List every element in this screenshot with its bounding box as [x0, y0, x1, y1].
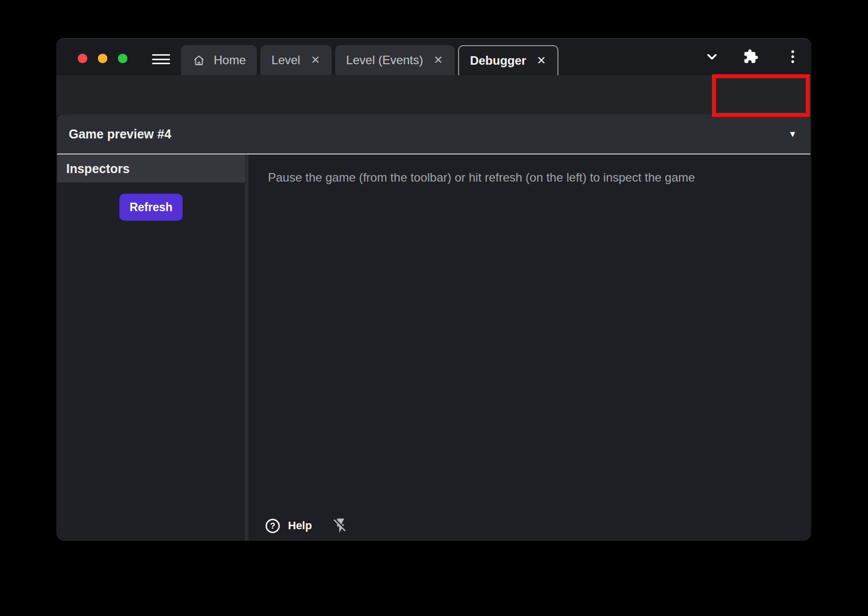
debugger-body: Inspectors Refresh Pause the game (from …	[57, 155, 810, 541]
inspector-main-area: Pause the game (from the toolbar) or hit…	[248, 155, 810, 541]
tab-level-events[interactable]: Level (Events) ✕	[335, 45, 455, 75]
close-tab-icon[interactable]: ✕	[310, 55, 320, 66]
tab-label: Level	[271, 53, 300, 67]
tab-debugger[interactable]: Debugger ✕	[458, 45, 558, 75]
game-preview-title: Game preview #4	[69, 127, 788, 141]
home-icon	[192, 54, 206, 67]
debugger-panel: Game preview #4 ▼ Inspectors Refresh Pau…	[57, 114, 810, 541]
inspectors-content: Refresh	[57, 183, 245, 541]
help-label: Help	[288, 519, 312, 532]
game-preview-selector[interactable]: Game preview #4 ▼	[57, 114, 810, 153]
titlebar: Home Level ✕ Level (Events) ✕ Debugger ✕	[56, 38, 811, 75]
inspector-hint-text: Pause the game (from the toolbar) or hit…	[248, 155, 810, 185]
close-window-button[interactable]	[78, 54, 87, 63]
tab-home[interactable]: Home	[181, 45, 257, 75]
help-button[interactable]: ? Help	[265, 518, 312, 534]
bottom-bar: ? Help	[265, 517, 349, 534]
tab-strip: Home Level ✕ Level (Events) ✕ Debugger ✕	[181, 45, 562, 75]
hamburger-menu-icon[interactable]	[152, 54, 170, 65]
svg-text:?: ?	[270, 521, 275, 531]
overflow-menu-icon[interactable]	[788, 48, 797, 66]
minimize-window-button[interactable]	[98, 54, 107, 63]
help-icon: ?	[265, 518, 280, 534]
zoom-window-button[interactable]	[118, 54, 127, 63]
debugger-toolbar: Pause	[56, 75, 811, 114]
app-window: Home Level ✕ Level (Events) ✕ Debugger ✕	[56, 38, 811, 541]
inspectors-sidebar: Inspectors Refresh	[57, 155, 245, 541]
close-tab-icon[interactable]: ✕	[536, 55, 546, 66]
tab-label: Home	[214, 53, 246, 67]
caret-down-icon: ▼	[788, 130, 797, 138]
close-tab-icon[interactable]: ✕	[433, 55, 443, 66]
chevron-down-icon[interactable]	[704, 49, 719, 64]
inspectors-header: Inspectors	[57, 155, 245, 183]
tab-label: Level (Events)	[346, 53, 423, 67]
tab-label: Debugger	[470, 54, 526, 68]
refresh-button[interactable]: Refresh	[119, 194, 183, 221]
tab-level[interactable]: Level ✕	[260, 45, 332, 75]
panel-resize-divider[interactable]	[245, 155, 248, 541]
flash-off-icon[interactable]	[332, 517, 349, 534]
extensions-icon[interactable]	[743, 49, 759, 64]
